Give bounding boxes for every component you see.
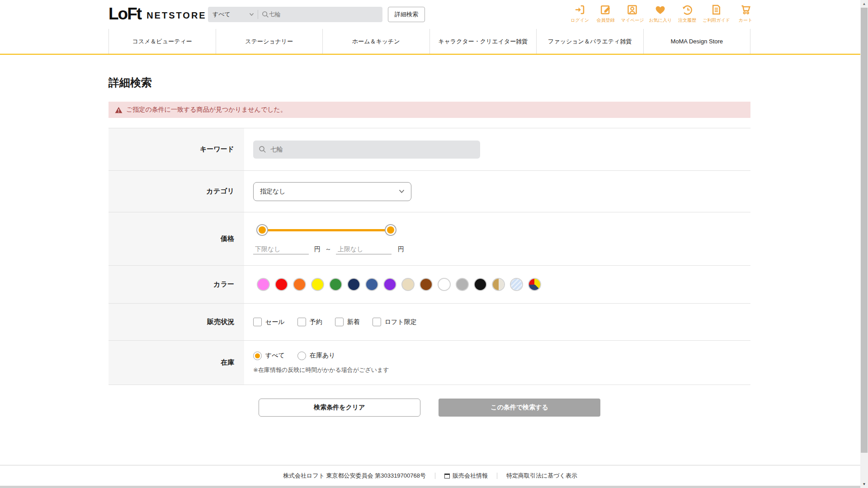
guide-document-icon: [710, 4, 722, 16]
radio-stock-available[interactable]: 在庫あり: [297, 352, 335, 360]
color-swatch-gold-silver[interactable]: [493, 279, 504, 290]
favorites-label: お気に入り: [649, 17, 672, 23]
search-icon: [262, 11, 269, 18]
loft-logo[interactable]: LoFt NETSTORE: [108, 5, 207, 23]
color-swatch-brown[interactable]: [420, 279, 432, 290]
keyword-input[interactable]: [270, 146, 460, 153]
mypage-icon: [626, 4, 638, 16]
color-row: カラー: [108, 266, 750, 304]
price-min-input[interactable]: [253, 244, 309, 254]
color-swatch-purple[interactable]: [384, 279, 396, 290]
checkbox-new-box: [335, 318, 344, 326]
nav-fashion[interactable]: ファッション＆バラエティ雑貨: [536, 29, 643, 54]
scrollbar-up-arrow[interactable]: ▲: [860, 0, 868, 8]
scrollbar-thumb[interactable]: [861, 8, 868, 453]
nav-stationery[interactable]: ステーショナリー: [216, 29, 323, 54]
price-max-input[interactable]: [336, 244, 392, 254]
order-history-link[interactable]: 注文履歴: [677, 4, 698, 23]
favorites-link[interactable]: お気に入り: [649, 4, 672, 23]
checkbox-reservation-label: 予約: [310, 318, 322, 326]
footer-company-info-label: 販売会社情報: [453, 472, 488, 480]
header-quick-links: ログイン 会員登録 マイページ お気に入り 注文履歴 ご利用ガイド カート: [569, 4, 756, 23]
category-select[interactable]: 指定なし: [253, 182, 411, 201]
checkbox-new[interactable]: 新着: [335, 318, 360, 326]
radio-stock-available-circle: [297, 352, 306, 360]
checkbox-loft-exclusive-label: ロフト限定: [385, 318, 417, 326]
color-swatch-blue[interactable]: [366, 279, 377, 290]
stock-label: 在庫: [108, 341, 244, 385]
nav-moma[interactable]: MoMA Design Store: [643, 29, 751, 54]
price-tilde: ～: [325, 245, 331, 253]
price-range-slider: [259, 224, 394, 236]
footer-legal-link[interactable]: 特定商取引法に基づく表示: [506, 472, 577, 480]
logo-store-text: NETSTORE: [146, 10, 207, 21]
search-input[interactable]: [269, 11, 359, 18]
color-swatch-orange[interactable]: [294, 279, 305, 290]
chevron-down-icon: [399, 189, 405, 193]
mypage-link[interactable]: マイページ: [621, 4, 644, 23]
checkbox-sale-label: セール: [265, 318, 285, 326]
stock-row: 在庫 すべて 在庫あり ※在庫情報の反映に時間がかかる場合がございます: [108, 341, 750, 385]
color-swatch-green[interactable]: [330, 279, 341, 290]
guide-link[interactable]: ご利用ガイド: [703, 4, 730, 23]
sales-status-options: セール 予約 新着 ロフト限定: [253, 318, 417, 326]
nav-cosme-label: コスメ＆ビューティー: [132, 38, 192, 46]
color-swatch-multicolor[interactable]: [529, 279, 540, 290]
footer-divider: [497, 473, 497, 479]
nav-cosme[interactable]: コスメ＆ビューティー: [108, 29, 216, 54]
radio-stock-all-circle: [253, 352, 262, 360]
color-swatch-navy[interactable]: [348, 279, 359, 290]
price-inputs: 円 ～ 円: [253, 244, 404, 254]
no-results-error-banner: ご指定の条件に一致する商品が見つかりませんでした。: [108, 102, 750, 118]
search-icon: [259, 145, 266, 153]
color-swatches: [258, 279, 540, 290]
color-swatch-white[interactable]: [439, 279, 450, 290]
nav-moma-label: MoMA Design Store: [670, 38, 723, 45]
footer-company-text: 株式会社ロフト 東京都公安委員会 第303319700768号: [283, 472, 426, 480]
color-swatch-gray[interactable]: [457, 279, 468, 290]
window-bottom-edge: [0, 486, 860, 488]
clear-conditions-button[interactable]: 検索条件をクリア: [259, 399, 420, 417]
login-link[interactable]: ログイン: [569, 4, 590, 23]
color-label: カラー: [108, 266, 244, 303]
radio-stock-all-label: すべて: [265, 352, 285, 360]
scrollbar-down-arrow[interactable]: ▼: [860, 480, 868, 488]
slider-handle-min[interactable]: [259, 226, 266, 234]
detail-search-button[interactable]: 詳細検索: [388, 7, 425, 22]
footer-divider: [435, 473, 435, 479]
keyword-row: キーワード: [108, 128, 750, 171]
checkbox-reservation[interactable]: 予約: [297, 318, 322, 326]
mypage-label: マイページ: [621, 17, 644, 23]
nav-home-kitchen[interactable]: ホーム＆キッチン: [322, 29, 429, 54]
checkbox-loft-exclusive-box: [373, 318, 381, 326]
color-swatch-black[interactable]: [475, 279, 486, 290]
login-icon: [574, 4, 586, 16]
cart-link[interactable]: カート: [735, 4, 756, 23]
site-footer: 株式会社ロフト 東京都公安委員会 第303319700768号 販売会社情報 特…: [0, 465, 860, 486]
color-swatch-beige[interactable]: [402, 279, 414, 290]
price-row: 価格 円 ～ 円: [108, 212, 750, 266]
category-row: カテゴリ 指定なし: [108, 171, 750, 212]
search-category-select[interactable]: すべて: [208, 7, 258, 22]
chevron-down-icon: [249, 13, 254, 16]
radio-stock-all[interactable]: すべて: [253, 352, 285, 360]
register-link[interactable]: 会員登録: [595, 4, 616, 23]
checkbox-sale[interactable]: セール: [253, 318, 285, 326]
sales-status-row: 販売状況 セール 予約 新着: [108, 304, 750, 341]
color-swatch-yellow[interactable]: [312, 279, 323, 290]
search-with-conditions-button[interactable]: この条件で検索する: [439, 399, 600, 417]
order-history-label: 注文履歴: [678, 17, 696, 23]
nav-character[interactable]: キャラクター・クリエイター雑貨: [429, 29, 537, 54]
logo-brand-text: LoFt: [108, 5, 141, 23]
color-swatch-red[interactable]: [276, 279, 287, 290]
heart-icon: [654, 4, 666, 16]
footer-company-info-link[interactable]: 販売会社情報: [444, 472, 488, 480]
checkbox-loft-exclusive[interactable]: ロフト限定: [373, 318, 417, 326]
slider-handle-max[interactable]: [387, 226, 394, 234]
main-content: 詳細検索 ご指定の条件に一致する商品が見つかりませんでした。 キーワード カテゴ…: [108, 75, 750, 417]
color-swatch-pink[interactable]: [258, 279, 269, 290]
color-swatch-clear[interactable]: [511, 279, 522, 290]
search-query-wrap: [258, 11, 382, 18]
page-title: 詳細検索: [108, 75, 750, 90]
checkbox-reservation-box: [297, 318, 306, 326]
